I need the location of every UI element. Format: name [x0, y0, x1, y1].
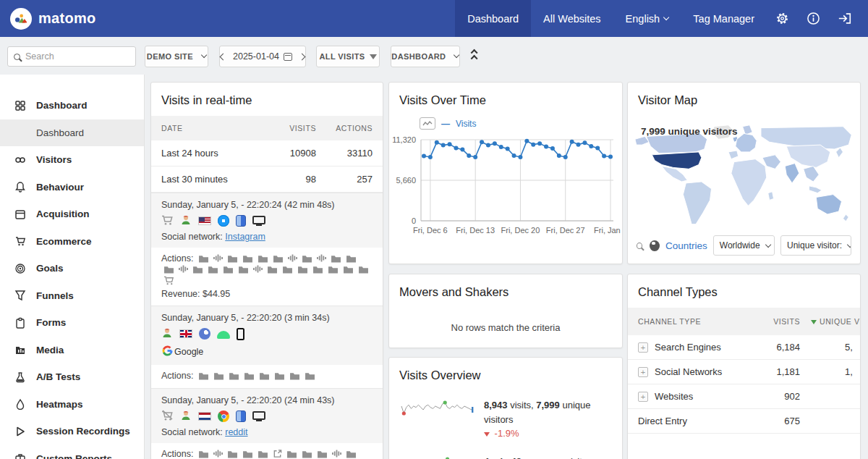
col-unique-visitors[interactable]: UNIQUE VISITORS: [800, 317, 861, 326]
funnel-icon: [14, 290, 26, 302]
visit-datetime: Sunday, January 5, - 22:20:24 (42 min 48…: [161, 200, 373, 210]
chevron-down-icon: [765, 242, 771, 248]
sort-desc-icon: [811, 320, 817, 324]
sidebar-item-behaviour[interactable]: Behaviour: [0, 174, 144, 201]
visit-icons-row: [161, 410, 373, 423]
expand-icon[interactable]: +: [638, 342, 648, 353]
svg-text:Fri, Dec 20: Fri, Dec 20: [501, 226, 540, 235]
channel-row[interactable]: Direct Entry675: [628, 409, 861, 434]
svg-text:Fri, Dec 6: Fri, Dec 6: [413, 226, 448, 235]
sidebar-item-a-b-tests[interactable]: A/B Tests: [0, 363, 144, 391]
svg-text:Fri, Dec 27: Fri, Dec 27: [546, 226, 585, 235]
sidebar-item-session-recordings[interactable]: Session Recordings: [0, 418, 144, 445]
channel-visits: 6,184: [760, 342, 800, 353]
visits-realtime-widget: Visits in real-time DATE VISITS ACTIONS …: [150, 82, 383, 459]
svg-text:Fri, Jan 3: Fri, Jan 3: [594, 226, 622, 235]
signout-icon[interactable]: [829, 0, 861, 37]
next-date-icon[interactable]: [299, 53, 306, 60]
site-selector[interactable]: DEMO SITE: [145, 46, 208, 67]
sidebar-item-ecommerce[interactable]: Ecommerce: [0, 228, 144, 256]
visit-actions: Actions:: [151, 443, 383, 459]
globe-icon: [650, 240, 660, 251]
col-visits[interactable]: VISITS: [760, 317, 800, 326]
collapse-header-button[interactable]: [472, 50, 477, 61]
sidebar-item-label: Session Recordings: [36, 426, 130, 437]
sidebar-item-dashboard[interactable]: Dashboard: [0, 119, 144, 147]
topnav-item-tag-manager[interactable]: Tag Manager: [681, 0, 767, 37]
topnav-item-all-websites[interactable]: All Websites: [531, 0, 613, 37]
world-map[interactable]: [631, 120, 857, 242]
visit-icons-row: [161, 327, 373, 340]
action-icons: [196, 371, 318, 381]
device-mobile-icon: [237, 328, 244, 340]
decline-arrow-icon: [484, 432, 490, 437]
sidebar-item-goals[interactable]: Goals: [0, 255, 144, 282]
droplet-icon: [14, 398, 26, 410]
visits-line-chart[interactable]: 05,66011,320Fri, Dec 6Fri, Dec 13Fri, De…: [389, 131, 622, 256]
sidebar-item-heatmaps[interactable]: Heatmaps: [0, 391, 144, 418]
sidebar-item-media[interactable]: Media: [0, 337, 144, 364]
sidebar-item-acquisition[interactable]: Acquisition: [0, 201, 144, 228]
sidebar: DashboardDashboardVisitorsBehaviourAcqui…: [0, 75, 145, 459]
change-badge: -1.9%: [484, 428, 519, 439]
help-icon[interactable]: [798, 0, 829, 37]
channel-types-widget: Channel Types CHANNEL TYPE VISITS UNIQUE…: [627, 274, 861, 459]
sidebar-item-custom-reports[interactable]: Custom Reports: [0, 445, 144, 459]
dashboard-selector-label: DASHBOARD: [391, 52, 446, 61]
expand-icon[interactable]: +: [638, 392, 648, 402]
sidebar-item-forms[interactable]: Forms: [0, 309, 144, 337]
flag-uk-icon: [179, 329, 192, 338]
sidebar-item-funnels[interactable]: Funnels: [0, 282, 144, 310]
acquisition-icon: [14, 208, 26, 220]
visitors-icon: [14, 153, 26, 166]
widget-title: Visitor Map: [628, 83, 860, 116]
bell-icon: [14, 181, 26, 193]
search-input[interactable]: [25, 51, 119, 62]
abandoned-cart-icon: [161, 410, 174, 423]
metric-select[interactable]: Unique visitor:: [780, 235, 851, 256]
device-desktop-icon: [252, 216, 265, 224]
google-icon: [161, 345, 174, 359]
countries-link[interactable]: Countries: [665, 240, 707, 251]
revenue-label: Revenue: $44.95: [161, 289, 373, 299]
chart-type-icon[interactable]: [420, 117, 435, 130]
chevron-down-icon: [201, 52, 208, 59]
sidebar-item-dashboard[interactable]: Dashboard: [0, 92, 144, 119]
dashboard-selector[interactable]: DASHBOARD: [391, 46, 460, 67]
clipboard-icon: [14, 316, 26, 329]
date-picker[interactable]: 2025-01-04: [219, 46, 306, 67]
settings-icon[interactable]: [767, 0, 798, 37]
channel-row[interactable]: +Search Engines6,1845,: [628, 335, 861, 360]
svg-text:0: 0: [412, 216, 416, 225]
topnav-item-dashboard[interactable]: Dashboard: [455, 0, 531, 37]
expand-icon[interactable]: +: [638, 367, 648, 377]
channel-unique-visitors: 5,: [800, 342, 861, 353]
referrer-label: Google: [174, 347, 203, 357]
social-network-link[interactable]: reddit: [225, 427, 247, 437]
topnav-item-english[interactable]: English: [613, 0, 681, 37]
channel-row[interactable]: +Websites902: [628, 384, 861, 409]
returning-visitor-icon: [180, 214, 192, 228]
matomo-brand[interactable]: matomo: [10, 8, 96, 30]
segment-label: ALL VISITS: [319, 52, 365, 61]
sidebar-item-label: Ecommerce: [36, 236, 92, 247]
channel-row[interactable]: +Social Networks1,1811,: [628, 360, 861, 384]
brand-name: matomo: [38, 10, 96, 27]
svg-text:5,660: 5,660: [396, 176, 416, 185]
chevron-down-icon: [847, 242, 851, 248]
sidebar-item-visitors[interactable]: Visitors: [0, 146, 144, 174]
sidebar-item-label: A/B Tests: [36, 371, 80, 382]
widget-title: Channel Types: [628, 274, 860, 308]
topnav-item-label: Dashboard: [467, 13, 519, 25]
social-network-link[interactable]: Instagram: [225, 232, 265, 242]
media-folder-icon: [14, 344, 26, 356]
widget-title: Visits Over Time: [389, 83, 622, 116]
channel-visits: 902: [760, 391, 800, 402]
prev-date-icon[interactable]: [220, 53, 227, 60]
search-box[interactable]: [7, 46, 136, 67]
referrer-line: Social network: reddit: [161, 427, 373, 437]
segment-selector[interactable]: ALL VISITS: [316, 46, 380, 67]
top-navbar: matomo DashboardAll WebsitesEnglishTag M…: [0, 0, 868, 37]
zoom-out-icon[interactable]: [637, 243, 642, 249]
region-select[interactable]: Worldwide: [713, 235, 775, 256]
